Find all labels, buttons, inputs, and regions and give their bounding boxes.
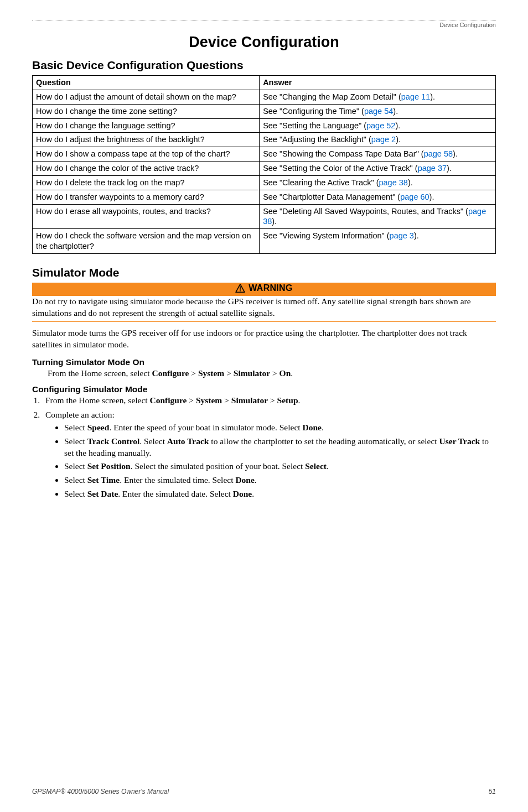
warning-banner: WARNING: [32, 283, 496, 296]
page-ref-link[interactable]: page 3: [390, 231, 414, 240]
breadcrumb: Device Configuration: [32, 22, 496, 28]
table-row: How do I delete the track log on the map…: [33, 175, 496, 190]
answer-cell: See "Setting the Color of the Active Tra…: [260, 162, 496, 176]
question-cell: How do I transfer waypoints to a memory …: [33, 190, 260, 204]
table-row: How do I show a compass tape at the top …: [33, 147, 496, 162]
table-row: How do I erase all waypoints, routes, an…: [33, 204, 496, 229]
footer-page-number: 51: [489, 788, 496, 795]
turning-sim-on-instruction: From the Home screen, select Configure >…: [48, 367, 496, 379]
table-header-row: Question Answer: [33, 76, 496, 90]
bullet-speed: Select Speed. Enter the speed of your bo…: [64, 422, 496, 434]
simulator-description: Simulator mode turns the GPS receiver of…: [32, 327, 496, 351]
answer-cell: See "Viewing System Information" (page 3…: [260, 229, 496, 254]
page-ref-link[interactable]: page 52: [366, 121, 395, 130]
table-row: How do I change the color of the active …: [33, 162, 496, 176]
page-title: Device Configuration: [32, 34, 496, 51]
basic-config-heading: Basic Device Configuration Questions: [32, 59, 496, 72]
question-cell: How do I delete the track log on the map…: [33, 175, 260, 190]
answer-cell: See "Configuring the Time" (page 54).: [260, 104, 496, 118]
col-answer: Answer: [260, 76, 496, 90]
answer-cell: See "Deleting All Saved Waypoints, Route…: [260, 204, 496, 229]
top-dotted-rule: [32, 20, 496, 20]
question-cell: How do I check the software version and …: [33, 229, 260, 254]
question-cell: How do I adjust the amount of detail sho…: [33, 90, 260, 104]
answer-cell: See "Adjusting the Backlight" (page 2).: [260, 133, 496, 147]
step-1: From the Home screen, select Configure >…: [42, 394, 496, 407]
page-ref-link[interactable]: page 11: [401, 92, 430, 101]
col-question: Question: [33, 76, 260, 90]
question-cell: How do I erase all waypoints, routes, an…: [33, 204, 260, 229]
warning-label: WARNING: [249, 283, 292, 293]
page-ref-link[interactable]: page 60: [400, 192, 429, 201]
page-ref-link[interactable]: page 38: [379, 178, 407, 187]
answer-cell: See "Changing the Map Zoom Detail" (page…: [260, 90, 496, 104]
warning-icon: [235, 284, 245, 293]
footer-manual-title: GPSMAP® 4000/5000 Series Owner's Manual: [32, 788, 169, 795]
table-row: How do I change the time zone setting? S…: [33, 104, 496, 118]
simulator-mode-heading: Simulator Mode: [32, 266, 496, 279]
page-ref-link[interactable]: page 58: [424, 149, 453, 158]
answer-cell: See "Clearing the Active Track" (page 38…: [260, 175, 496, 190]
table-row: How do I change the language setting? Se…: [33, 118, 496, 133]
answer-cell: See "Chartplotter Data Management" (page…: [260, 190, 496, 204]
question-cell: How do I change the language setting?: [33, 118, 260, 133]
question-cell: How do I show a compass tape at the top …: [33, 147, 260, 162]
question-cell: How do I adjust the brightness of the ba…: [33, 133, 260, 147]
table-row: How do I transfer waypoints to a memory …: [33, 190, 496, 204]
page-ref-link[interactable]: page 37: [418, 164, 447, 173]
action-bullets: Select Speed. Enter the speed of your bo…: [64, 422, 496, 501]
table-row: How do I adjust the amount of detail sho…: [33, 90, 496, 104]
answer-cell: See "Setting the Language" (page 52).: [260, 118, 496, 133]
bullet-track-control: Select Track Control. Select Auto Track …: [64, 436, 496, 459]
answer-cell: See "Showing the Compass Tape Data Bar" …: [260, 147, 496, 162]
page-ref-link[interactable]: page 2: [371, 135, 396, 144]
svg-point-2: [240, 290, 241, 292]
config-questions-table: Question Answer How do I adjust the amou…: [32, 75, 496, 254]
turning-sim-on-heading: Turning Simulator Mode On: [32, 357, 496, 367]
question-cell: How do I change the time zone setting?: [33, 104, 260, 118]
page-footer: GPSMAP® 4000/5000 Series Owner's Manual …: [32, 788, 496, 795]
configuring-sim-heading: Configuring Simulator Mode: [32, 384, 496, 394]
page-ref-link[interactable]: page 54: [364, 107, 393, 116]
table-row: How do I adjust the brightness of the ba…: [33, 133, 496, 147]
question-cell: How do I change the color of the active …: [33, 162, 260, 176]
warning-text: Do not try to navigate using simulator m…: [32, 296, 496, 322]
table-row: How do I check the software version and …: [33, 229, 496, 254]
configure-steps-list: From the Home screen, select Configure >…: [42, 394, 496, 500]
bullet-set-position: Select Set Position. Select the simulate…: [64, 461, 496, 472]
step-2: Complete an action: Select Speed. Enter …: [42, 409, 496, 500]
bullet-set-time: Select Set Time. Enter the simulated tim…: [64, 475, 496, 486]
bullet-set-date: Select Set Date. Enter the simulated dat…: [64, 488, 496, 500]
